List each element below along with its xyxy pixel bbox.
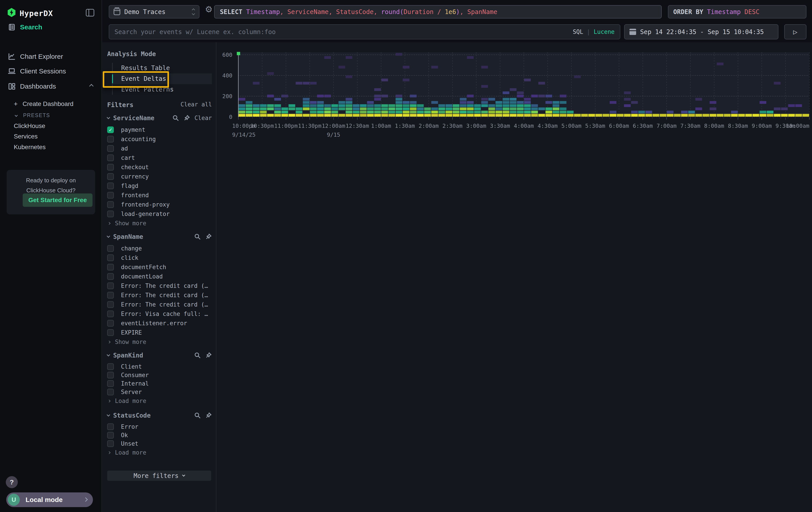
checkbox-unchecked[interactable] (107, 311, 114, 317)
sidebar-item-search[interactable]: Search (0, 21, 102, 33)
preset-item-kubernetes[interactable]: Kubernetes (0, 142, 102, 153)
filter-option[interactable]: frontend-proxy (107, 200, 212, 209)
filter-group-header[interactable]: SpanKind (107, 351, 212, 360)
pin-icon[interactable] (205, 412, 212, 419)
lucene-search-input[interactable]: Search your events w/ Lucene ex. column:… (109, 24, 620, 39)
filter-option[interactable]: accounting (107, 134, 212, 144)
get-started-button[interactable]: Get Started for Free (23, 193, 92, 207)
preset-item-services[interactable]: Services (0, 131, 102, 142)
pin-icon[interactable] (183, 115, 190, 121)
checkbox-unchecked[interactable] (107, 164, 114, 170)
filter-option[interactable]: Consumer (107, 371, 212, 379)
filter-option[interactable]: EXPIRE (107, 328, 212, 337)
filter-option[interactable]: flagd (107, 181, 212, 191)
filter-option[interactable]: eventListener.error (107, 319, 212, 328)
run-query-button[interactable]: ▷ (784, 24, 807, 39)
show-more-link[interactable]: Load more (107, 396, 212, 406)
filter-option[interactable]: Unset (107, 439, 212, 448)
search-icon[interactable] (172, 115, 179, 121)
checkbox-unchecked[interactable] (107, 273, 114, 280)
chevron-right-icon (108, 222, 111, 225)
analysis-mode-option[interactable]: Event Deltas (113, 74, 212, 84)
filter-option[interactable]: Internal (107, 379, 212, 388)
checkbox-unchecked[interactable] (107, 245, 114, 252)
clear-filter-link[interactable]: Clear (195, 115, 212, 121)
checkbox-unchecked[interactable] (107, 380, 114, 387)
checkbox-unchecked[interactable] (107, 389, 114, 395)
checkbox-unchecked[interactable] (107, 423, 114, 430)
checkbox-unchecked[interactable] (107, 211, 114, 217)
filter-option[interactable]: currency (107, 172, 212, 181)
filter-option[interactable]: load-generator (107, 209, 212, 219)
analysis-mode-option[interactable]: Results Table (113, 63, 212, 74)
search-icon[interactable] (194, 352, 201, 359)
help-button[interactable]: ? (6, 476, 18, 488)
order-by-input[interactable]: ORDER BY Timestamp DESC (668, 5, 807, 19)
local-mode-menu[interactable]: U Local mode (6, 492, 93, 507)
sidebar-item-dashboards[interactable]: Dashboards (0, 81, 102, 92)
checkbox-unchecked[interactable] (107, 173, 114, 180)
filter-option[interactable]: frontend (107, 191, 212, 200)
filter-option[interactable]: checkout (107, 162, 212, 172)
pin-icon[interactable] (205, 352, 212, 359)
presets-toggle[interactable]: PRESETS (0, 110, 102, 120)
checkbox-unchecked[interactable] (107, 145, 114, 152)
filter-option[interactable]: Error: The credit card (… (107, 300, 212, 309)
pin-icon[interactable] (205, 233, 212, 240)
sql-mode-button[interactable]: SQL (573, 28, 583, 35)
filter-option[interactable]: Error: The credit card (… (107, 291, 212, 300)
show-more-link[interactable]: Load more (107, 448, 212, 457)
analysis-mode-option[interactable]: Event Patterns (113, 84, 212, 95)
preset-item-clickhouse[interactable]: ClickHouse (0, 120, 102, 131)
filter-option[interactable]: Server (107, 388, 212, 396)
clear-all-filters-link[interactable]: Clear all (180, 101, 212, 108)
more-filters-button[interactable]: More filters (107, 470, 211, 481)
filter-option[interactable]: ✓payment (107, 125, 212, 134)
filter-option[interactable]: documentFetch (107, 263, 212, 272)
filter-option[interactable]: Error: Visa cache full: … (107, 309, 212, 319)
checkbox-unchecked[interactable] (107, 292, 114, 298)
filter-group-header[interactable]: SpanName (107, 232, 212, 241)
checkbox-unchecked[interactable] (107, 320, 114, 327)
checkbox-unchecked[interactable] (107, 363, 114, 370)
checkbox-unchecked[interactable] (107, 432, 114, 438)
checkbox-unchecked[interactable] (107, 440, 114, 447)
checkbox-unchecked[interactable] (107, 254, 114, 261)
lucene-mode-button[interactable]: Lucene (594, 28, 614, 35)
checkbox-unchecked[interactable] (107, 192, 114, 198)
checkbox-unchecked[interactable] (107, 201, 114, 208)
checkbox-unchecked[interactable] (107, 136, 114, 142)
filter-option[interactable]: cart (107, 153, 212, 162)
checkbox-unchecked[interactable] (107, 329, 114, 336)
filter-option[interactable]: click (107, 253, 212, 263)
search-icon[interactable] (194, 233, 201, 240)
gear-icon[interactable]: ⚙ (205, 4, 212, 14)
checkbox-checked[interactable]: ✓ (107, 127, 114, 133)
filter-option[interactable]: change (107, 244, 212, 253)
checkbox-unchecked[interactable] (107, 301, 114, 308)
search-icon[interactable] (194, 412, 201, 419)
show-more-link[interactable]: Show more (107, 337, 212, 347)
checkbox-unchecked[interactable] (107, 155, 114, 161)
filter-option[interactable]: ad (107, 144, 212, 153)
create-dashboard-button[interactable]: + Create Dashboard (0, 99, 102, 109)
duration-heatmap-canvas[interactable] (236, 51, 812, 124)
show-more-link[interactable]: Show more (107, 219, 212, 228)
sidebar-item-client-sessions[interactable]: Client Sessions (0, 65, 102, 77)
checkbox-unchecked[interactable] (107, 282, 114, 289)
checkbox-unchecked[interactable] (107, 183, 114, 189)
checkbox-unchecked[interactable] (107, 372, 114, 378)
filter-option[interactable]: Ok (107, 431, 212, 439)
filter-option[interactable]: Error (107, 423, 212, 431)
checkbox-unchecked[interactable] (107, 264, 114, 270)
filter-option[interactable]: documentLoad (107, 272, 212, 281)
time-range-picker[interactable]: Sep 14 22:04:35 - Sep 15 10:04:35 (624, 24, 778, 39)
filter-group-header[interactable]: StatusCode (107, 411, 212, 420)
source-select[interactable]: Demo Traces (109, 5, 199, 19)
filter-group-header[interactable]: ServiceNameClear (107, 113, 212, 123)
sidebar-collapse-icon[interactable] (86, 9, 94, 17)
filter-option[interactable]: Client (107, 362, 212, 371)
filter-option[interactable]: Error: The credit card (… (107, 281, 212, 291)
sidebar-item-chart-explorer[interactable]: Chart Explorer (0, 51, 102, 62)
sql-select-input[interactable]: SELECT Timestamp, ServiceName, StatusCod… (214, 5, 662, 19)
